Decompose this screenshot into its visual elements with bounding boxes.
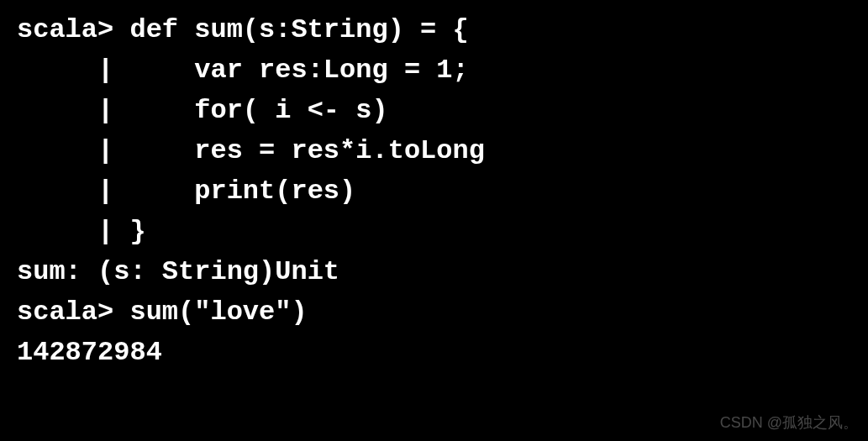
watermark-text: CSDN @孤独之风。 xyxy=(720,412,858,434)
result-line: 142872984 xyxy=(17,333,851,373)
input-line: scala> sum("love") xyxy=(17,292,851,333)
code-line: | print(res) xyxy=(17,171,851,212)
code-line: | res = res*i.toLong xyxy=(17,131,851,171)
code-line: scala> def sum(s:String) = { xyxy=(17,10,851,50)
code-line: | var res:Long = 1; xyxy=(17,50,851,91)
output-line: sum: (s: String)Unit xyxy=(17,252,851,292)
terminal-output: scala> def sum(s:String) = { | var res:L… xyxy=(17,10,851,373)
code-line: | } xyxy=(17,212,851,252)
code-line: | for( i <- s) xyxy=(17,91,851,131)
